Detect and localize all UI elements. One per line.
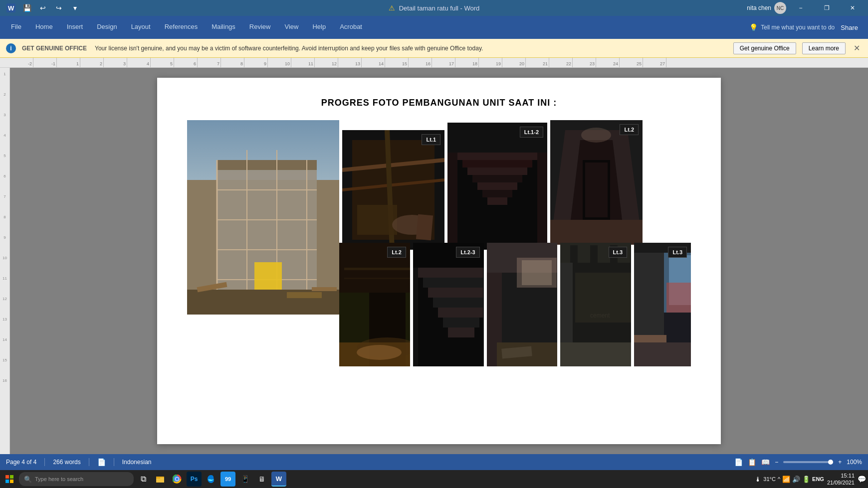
ruler-mark: 13 [338, 58, 362, 67]
horizontal-ruler: -2 -1 1 2 3 4 5 6 7 8 9 10 11 12 13 14 1… [0, 58, 868, 68]
svg-rect-62 [448, 327, 474, 337]
tab-insert[interactable]: Insert [60, 16, 90, 39]
qq-button[interactable]: 99 [220, 472, 235, 487]
avatar[interactable]: NC [774, 2, 786, 14]
get-genuine-button[interactable]: Get genuine Office [733, 42, 796, 54]
tab-view[interactable]: View [277, 16, 305, 39]
window-title: ⚠ Detail taman ratu full - Word [389, 4, 480, 12]
undo-icon[interactable]: ↩ [36, 1, 50, 15]
zoom-thumb [828, 460, 833, 465]
keyboard-lang[interactable]: ENG [812, 476, 824, 482]
chevron-up-icon[interactable]: ^ [778, 476, 780, 482]
svg-point-43 [581, 128, 611, 143]
zoom-in-button[interactable]: + [838, 459, 842, 466]
tab-review[interactable]: Review [242, 16, 278, 39]
share-label: Share [841, 24, 858, 31]
tab-mailings[interactable]: Mailings [205, 16, 242, 39]
photoshop-button[interactable]: Ps [187, 472, 202, 487]
ruler-mark: 11 [291, 58, 315, 67]
volume-icon[interactable]: 🔊 [792, 476, 800, 483]
ribbon: File Home Insert Design Layout Reference… [0, 16, 868, 39]
photo-lt3-2: Lt.3 [634, 243, 691, 366]
ruler-mark: 8 [221, 58, 244, 67]
share-button[interactable]: Share [835, 16, 864, 39]
ruler-mark: 20 [502, 58, 526, 67]
svg-rect-78 [590, 245, 598, 263]
photo-exterior-svg [187, 120, 339, 315]
title-text: Detail taman ratu full - Word [399, 4, 480, 12]
svg-rect-60 [438, 308, 484, 318]
view-web-icon[interactable]: 📋 [748, 458, 756, 466]
document: PROGRES FOTO PEMBANGUNAN UNIT SAAT INI : [157, 78, 721, 444]
photo-lt3-1-svg: cement [560, 243, 631, 366]
zoom-slider[interactable] [783, 461, 833, 463]
svg-text:W: W [8, 4, 14, 12]
photo-lt12-svg [447, 123, 547, 250]
edge-button[interactable] [204, 472, 218, 487]
notification-icon[interactable]: 💬 [858, 475, 866, 483]
word-button[interactable]: W [271, 472, 286, 487]
photo-row-2: Lt.2 [339, 243, 691, 366]
taskbar-search[interactable]: 🔍 [19, 472, 134, 486]
remote-button[interactable]: 🖥 [254, 472, 269, 487]
svg-rect-30 [467, 167, 527, 175]
status-right: 📄 📋 📖 − + 100% [734, 458, 862, 466]
start-button[interactable] [2, 472, 17, 487]
photo-lt12: Lt.1-2 [447, 123, 547, 250]
svg-rect-89 [666, 283, 691, 313]
search-placeholder: Tell me what you want to do [761, 24, 835, 31]
ribbon-search: 💡 Tell me what you want to do [749, 16, 835, 39]
datetime[interactable]: 15:11 21/09/2021 [827, 472, 855, 487]
tab-references[interactable]: References [158, 16, 205, 39]
status-sep-1 [44, 458, 45, 466]
view-print-icon[interactable]: 📄 [734, 458, 743, 466]
ruler-mark: 23 [573, 58, 596, 67]
svg-rect-83 [560, 342, 631, 366]
tab-layout[interactable]: Layout [124, 16, 158, 39]
phone-link-button[interactable]: 📱 [237, 472, 252, 487]
svg-rect-18 [287, 292, 322, 298]
taskbar-right: 🌡 31°C ^ 📶 🔊 🔋 ENG 15:11 21/09/2021 💬 [755, 472, 866, 487]
search-box[interactable]: 💡 Tell me what you want to do [749, 23, 835, 31]
photo-lt3-2-svg [634, 243, 691, 366]
tab-home[interactable]: Home [28, 16, 60, 39]
svg-rect-97 [10, 480, 13, 483]
file-explorer-button[interactable] [153, 472, 168, 487]
minimize-button[interactable]: − [789, 0, 812, 16]
ruler-mark: 21 [526, 58, 549, 67]
user-area: nita chen NC − ❐ ✕ [747, 0, 864, 16]
svg-rect-57 [423, 278, 484, 288]
svg-point-103 [176, 478, 179, 481]
svg-rect-80 [630, 245, 631, 263]
infobar-close-icon[interactable]: ✕ [852, 43, 862, 53]
customize-icon[interactable]: ▾ [68, 1, 82, 15]
tab-acrobat[interactable]: Acrobat [333, 16, 369, 39]
username: nita chen [747, 4, 771, 11]
tab-help[interactable]: Help [305, 16, 333, 39]
save-icon[interactable]: 💾 [20, 1, 34, 15]
view-read-icon[interactable]: 📖 [761, 458, 770, 466]
vertical-ruler: 1 2 3 4 5 6 7 8 9 10 11 12 13 14 15 16 [0, 68, 10, 454]
svg-rect-100 [156, 477, 160, 479]
time-display: 15:11 [827, 472, 855, 479]
tab-design[interactable]: Design [90, 16, 124, 39]
svg-rect-54 [344, 278, 410, 279]
photo-lt23-label: Lt.2-3 [456, 247, 479, 258]
tab-file[interactable]: File [4, 16, 28, 39]
zoom-out-button[interactable]: − [775, 459, 778, 466]
status-sep-2 [89, 458, 89, 466]
document-area: PROGRES FOTO PEMBANGUNAN UNIT SAAT INI : [10, 68, 868, 454]
restore-button[interactable]: ❐ [815, 0, 838, 16]
temp-value: 31°C [763, 476, 776, 482]
chrome-button[interactable] [170, 472, 185, 487]
photo-no-label-svg [487, 243, 558, 366]
task-view-button[interactable]: ⧉ [136, 472, 151, 487]
ruler-mark: 10 [268, 58, 291, 67]
date-display: 21/09/2021 [827, 479, 855, 486]
learn-more-button[interactable]: Learn more [802, 42, 846, 54]
svg-rect-45 [585, 163, 608, 217]
redo-icon[interactable]: ↪ [52, 1, 66, 15]
close-button[interactable]: ✕ [841, 0, 864, 16]
ruler-marks: -2 -1 1 2 3 4 5 6 7 8 9 10 11 12 13 14 1… [10, 58, 666, 67]
search-input[interactable] [35, 476, 125, 482]
